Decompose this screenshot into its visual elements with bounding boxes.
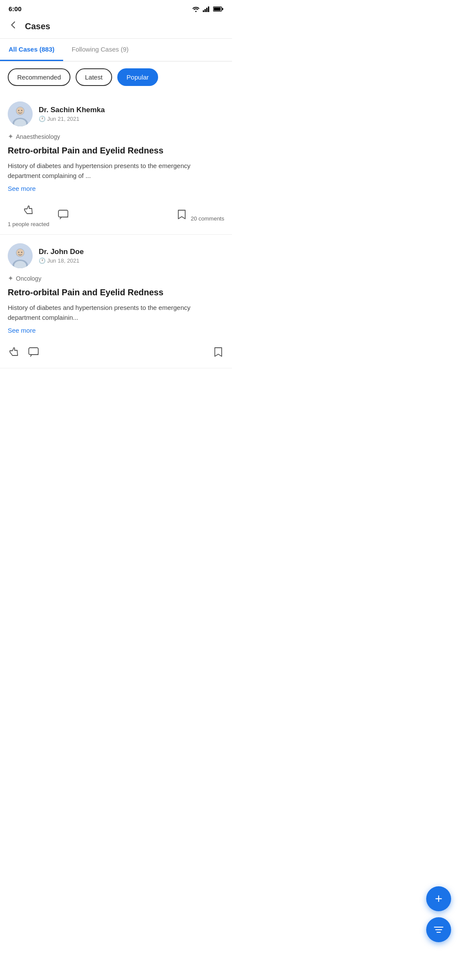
comment-icon-2 bbox=[27, 346, 40, 361]
case-description-1: History of diabetes and hypertension pre… bbox=[8, 161, 224, 181]
like-button-2[interactable] bbox=[8, 346, 20, 361]
avatar-1 bbox=[8, 101, 33, 126]
bookmark-icon-2 bbox=[212, 348, 224, 361]
speciality-label-1: Anaesthesiology bbox=[16, 133, 60, 140]
doctor-name-1: Dr. Sachin Khemka bbox=[39, 106, 105, 114]
case-card-2: Dr. John Doe 🕐 Jun 18, 2021 ✦ Oncology R… bbox=[0, 235, 232, 368]
svg-rect-2 bbox=[206, 8, 208, 12]
signal-icon bbox=[203, 6, 211, 12]
svg-point-20 bbox=[18, 252, 19, 253]
actions-left-2 bbox=[8, 346, 40, 361]
svg-rect-0 bbox=[203, 10, 204, 12]
doctor-info-2: Dr. John Doe 🕐 Jun 18, 2021 bbox=[39, 248, 84, 264]
bookmark-icon-1 bbox=[176, 210, 191, 223]
actions-row-1: 1 people reacted 20 comments bbox=[8, 204, 224, 227]
doctor-name-2: Dr. John Doe bbox=[39, 248, 84, 256]
tabs-container: All Cases (883) Following Cases (9) bbox=[0, 39, 232, 61]
case-title-1: Retro-orbital Pain and Eyelid Redness bbox=[8, 145, 224, 156]
comment-button-1[interactable] bbox=[57, 208, 69, 224]
chip-popular[interactable]: Popular bbox=[117, 68, 159, 86]
doctor-date-2: 🕐 Jun 18, 2021 bbox=[39, 257, 84, 264]
svg-rect-1 bbox=[205, 9, 206, 12]
filter-chips: Recommended Latest Popular bbox=[0, 61, 232, 93]
chip-recommended[interactable]: Recommended bbox=[8, 68, 70, 86]
wifi-icon bbox=[192, 6, 200, 12]
comments-label-1: 20 comments bbox=[191, 215, 224, 222]
svg-point-21 bbox=[21, 252, 22, 253]
doctor-date-1: 🕐 Jun 21, 2021 bbox=[39, 116, 105, 122]
case-title-2: Retro-orbital Pain and Eyelid Redness bbox=[8, 287, 224, 298]
case-card-1: Dr. Sachin Khemka 🕐 Jun 21, 2021 ✦ Anaes… bbox=[0, 93, 232, 235]
svg-rect-5 bbox=[222, 8, 223, 10]
avatar-2 bbox=[8, 243, 33, 268]
status-time: 6:00 bbox=[9, 5, 21, 12]
case-description-2: History of diabetes and hypertension pre… bbox=[8, 303, 224, 322]
speciality-row-1: ✦ Anaesthesiology bbox=[8, 132, 224, 141]
svg-rect-14 bbox=[58, 210, 68, 217]
like-label-1: 1 people reacted bbox=[8, 221, 49, 227]
svg-point-12 bbox=[18, 110, 19, 111]
doctor-row-1: Dr. Sachin Khemka 🕐 Jun 21, 2021 bbox=[8, 101, 224, 126]
doctor-row-2: Dr. John Doe 🕐 Jun 18, 2021 bbox=[8, 243, 224, 268]
svg-rect-3 bbox=[208, 6, 209, 12]
svg-point-11 bbox=[16, 107, 24, 115]
see-more-link-1[interactable]: See more bbox=[8, 185, 36, 192]
see-more-link-2[interactable]: See more bbox=[8, 327, 36, 334]
header: Cases bbox=[0, 16, 232, 39]
tab-all-cases[interactable]: All Cases (883) bbox=[0, 39, 63, 61]
bookmark-button-1[interactable]: 20 comments bbox=[176, 208, 224, 224]
comment-button-2[interactable] bbox=[27, 346, 40, 361]
comment-icon-1 bbox=[57, 208, 69, 224]
like-button-1[interactable]: 1 people reacted bbox=[8, 204, 49, 227]
doctor-info-1: Dr. Sachin Khemka 🕐 Jun 21, 2021 bbox=[39, 106, 105, 122]
status-icons bbox=[192, 6, 223, 12]
svg-rect-6 bbox=[214, 7, 221, 10]
speciality-row-2: ✦ Oncology bbox=[8, 274, 224, 282]
chip-latest[interactable]: Latest bbox=[76, 68, 112, 86]
page-title: Cases bbox=[25, 21, 50, 31]
status-bar: 6:00 bbox=[0, 0, 232, 16]
svg-rect-22 bbox=[29, 348, 38, 355]
actions-left-1: 1 people reacted bbox=[8, 204, 69, 227]
speciality-label-2: Oncology bbox=[16, 275, 41, 282]
svg-point-19 bbox=[16, 249, 24, 257]
sparkle-icon-2: ✦ bbox=[8, 274, 13, 282]
tab-following-cases[interactable]: Following Cases (9) bbox=[63, 39, 137, 61]
svg-point-13 bbox=[21, 110, 22, 111]
sparkle-icon-1: ✦ bbox=[8, 132, 13, 141]
back-button[interactable] bbox=[9, 20, 18, 32]
like-icon-1 bbox=[22, 204, 34, 219]
battery-icon bbox=[213, 6, 223, 12]
actions-row-2 bbox=[8, 346, 224, 361]
like-icon-2 bbox=[8, 346, 20, 361]
bookmark-button-2[interactable] bbox=[212, 346, 224, 361]
